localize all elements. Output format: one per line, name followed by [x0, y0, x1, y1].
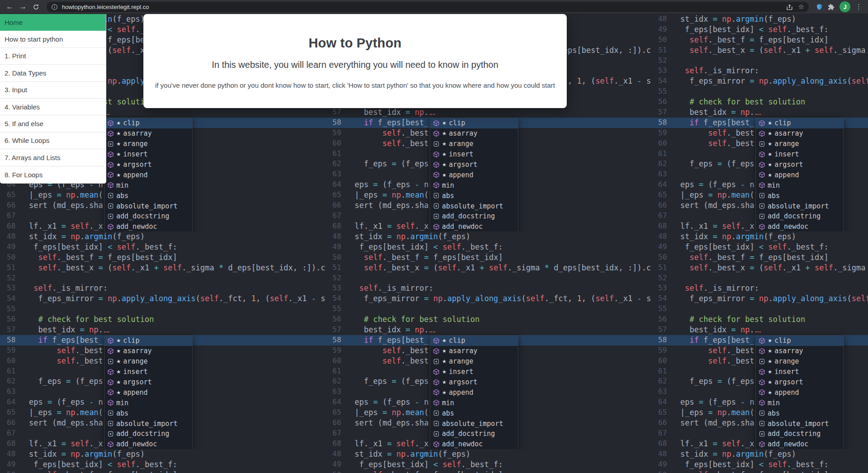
field-icon: [107, 430, 114, 437]
code-text: # check for best solution: [680, 314, 805, 325]
autocomplete-item-add_docstring: add_docstring: [104, 429, 192, 439]
line-number: 53: [651, 66, 680, 76]
code-pane: 48st_idx = np.argmin(f_eps)49 f_eps[best…: [651, 449, 868, 473]
sidebar-item-how-to-start-python[interactable]: How to start python: [0, 31, 106, 47]
code-text: self._best_f = f_eps[best_idx]: [680, 252, 829, 263]
autocomplete-item-min: min: [104, 180, 192, 190]
share-button[interactable]: [786, 4, 793, 10]
code-text: f_eps = (f_eps: [29, 376, 103, 387]
code-text: st_idx = np.argmin(f_eps): [355, 232, 470, 242]
sidebar-item-7-arrays-and-lists[interactable]: 7. Arrays and Lists: [0, 149, 106, 166]
url-text: howtopython.leicesterlegit.repl.co: [62, 4, 781, 10]
line-number: 51: [651, 263, 680, 273]
profile-avatar[interactable]: J: [840, 1, 850, 12]
autocomplete-item-min: min: [430, 397, 518, 408]
star-icon: ★: [116, 358, 121, 364]
shield-extension-button[interactable]: [816, 4, 823, 10]
field-icon: [759, 213, 765, 220]
line-number: 66: [326, 200, 355, 211]
refresh-button[interactable]: [30, 1, 42, 13]
code-text: lf._x1 = self._x: [29, 221, 103, 232]
field-icon: [433, 420, 440, 427]
code-line: 57 best_idx = np.: [651, 325, 868, 335]
autocomplete-item-arange: ★arange: [430, 139, 518, 149]
address-bar[interactable]: howtopython.leicesterlegit.repl.co ☆: [47, 2, 809, 12]
site-info-icon[interactable]: [51, 4, 58, 10]
autocomplete-item-clip: ★clip: [756, 336, 844, 346]
field-icon: [107, 358, 114, 365]
line-number: 57: [326, 325, 355, 335]
sidebar-item-1-print[interactable]: 1. Print: [0, 48, 106, 65]
code-pane: 48st_idx = np.argmin(f_eps)49 f_eps[best…: [326, 232, 651, 449]
autocomplete-label: add_docstring: [768, 212, 821, 220]
sidebar-item-6-while-loops[interactable]: 6. While Loops: [0, 132, 106, 149]
code-text: # check for best solution: [680, 97, 805, 107]
field-icon: [107, 213, 114, 220]
sidebar-item-home[interactable]: Home: [0, 14, 106, 31]
bookmark-button[interactable]: ☆: [798, 3, 804, 11]
autocomplete-label: clip: [449, 336, 465, 345]
line-number: 60: [0, 356, 29, 366]
browser-menu-button[interactable]: ⋮: [855, 3, 862, 11]
code-text: |_eps = np.mean(f: [29, 190, 108, 200]
sidebar-item-5-if-and-else[interactable]: 5. If and else: [0, 115, 106, 132]
sidebar-item-4-variables[interactable]: 4. Variables: [0, 99, 106, 115]
line-number: 56: [651, 97, 680, 107]
line-number: 58: [326, 118, 355, 128]
extensions-button[interactable]: [828, 4, 835, 10]
module-icon: [107, 161, 114, 168]
line-number: 59: [651, 128, 680, 138]
line-number: 54: [651, 76, 680, 86]
code-text: best_idx = np.: [355, 107, 435, 118]
line-number: 51: [651, 45, 680, 56]
line-number: 65: [0, 407, 29, 418]
autocomplete-label: asarray: [123, 347, 152, 355]
autocomplete-item-add_docstring: add_docstring: [756, 429, 844, 439]
star-icon: ★: [442, 141, 446, 147]
field-icon: [433, 203, 440, 209]
line-number: 66: [651, 418, 680, 428]
code-text: |_eps = np.mean(f: [680, 190, 759, 200]
code-line: 50 self._best_f = f_eps[best_idx]: [0, 470, 326, 473]
code-line: 51 self._best_x = (self._x1 + self._sigm…: [326, 263, 651, 273]
line-number: 59: [326, 345, 355, 356]
error-squiggle-icon: [755, 327, 761, 332]
code-text: if f_eps[best_: [355, 335, 429, 345]
modal-subtitle: In this website, you will learn everythi…: [143, 60, 567, 70]
code-text: lf._x1 = self._x: [355, 439, 429, 449]
autocomplete-popup: ★clip★asarray★arange★insert★argsort★appe…: [104, 118, 193, 232]
code-line: 57 best_idx = np.: [326, 325, 651, 335]
module-icon: [107, 379, 114, 386]
code-text: self._best_f = f_eps[best_idx]: [355, 252, 503, 263]
field-icon: [107, 410, 114, 416]
autocomplete-item-append: ★append: [430, 170, 518, 180]
line-number: 50: [326, 252, 355, 263]
module-icon: [759, 120, 765, 127]
line-number: 51: [0, 263, 29, 273]
code-line: 49 f_eps[best_idx] < self._best_f:: [651, 24, 868, 35]
field-icon: [433, 410, 440, 416]
sidebar-item-3-input[interactable]: 3. Input: [0, 82, 106, 99]
module-icon: [759, 337, 765, 344]
star-icon: ★: [768, 120, 772, 126]
sidebar-item-8-for-loops[interactable]: 8. For Loops: [0, 166, 106, 183]
code-text: |_eps = np.mean(f: [680, 407, 759, 418]
star-icon: ★: [442, 130, 446, 137]
line-number: 49: [326, 242, 355, 252]
autocomplete-item-arange: ★arange: [104, 139, 192, 149]
sidebar-item-2-data-types[interactable]: 2. Data Types: [0, 65, 106, 81]
line-number: 68: [326, 221, 355, 232]
field-icon: [433, 141, 440, 147]
code-line: 57 best_idx = np.: [0, 325, 326, 335]
forward-button[interactable]: →: [17, 1, 29, 13]
code-line: 48st_idx = np.argmin(f_eps): [326, 232, 651, 242]
autocomplete-item-add_newdoc: add_newdoc: [104, 439, 192, 449]
autocomplete-item-add_newdoc: add_newdoc: [756, 439, 844, 449]
back-button[interactable]: ←: [4, 1, 16, 13]
module-icon: [759, 348, 765, 355]
line-number: 68: [651, 221, 680, 232]
autocomplete-label: insert: [774, 150, 799, 158]
shield-icon: [816, 4, 823, 10]
star-icon: ★: [116, 348, 121, 354]
line-number: 57: [326, 107, 355, 118]
